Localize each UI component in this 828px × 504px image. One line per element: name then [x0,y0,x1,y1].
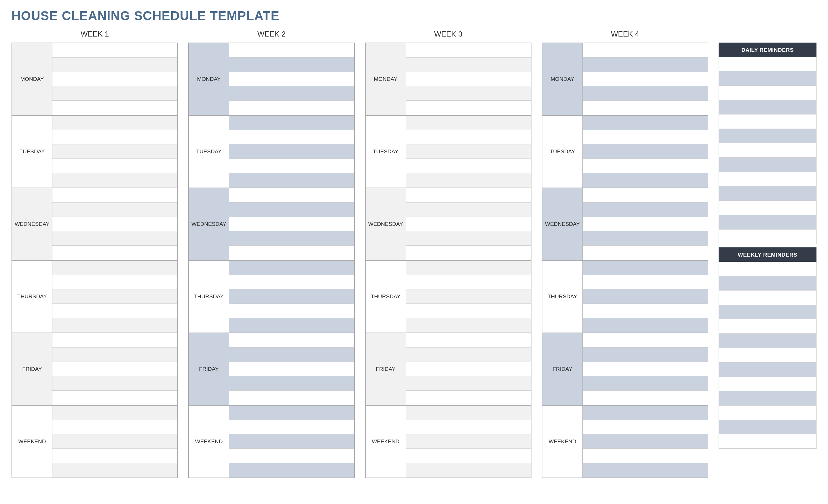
task-slot[interactable] [52,217,177,231]
task-slot[interactable] [583,362,708,376]
task-slot[interactable] [583,173,708,188]
task-slot[interactable] [406,348,531,362]
task-slot[interactable] [583,101,708,115]
task-slot[interactable] [583,116,708,130]
task-slot[interactable] [52,391,177,405]
task-slot[interactable] [406,362,531,376]
reminder-slot[interactable] [718,334,817,348]
task-slot[interactable] [406,261,531,275]
task-slot[interactable] [583,449,708,463]
reminder-slot[interactable] [718,348,817,362]
task-slot[interactable] [583,130,708,144]
task-slot[interactable] [583,391,708,405]
task-slot[interactable] [583,72,708,86]
task-slot[interactable] [583,217,708,231]
reminder-slot[interactable] [718,305,817,319]
task-slot[interactable] [52,318,177,332]
task-slot[interactable] [406,202,531,217]
task-slot[interactable] [406,449,531,463]
task-slot[interactable] [229,261,354,275]
task-slot[interactable] [406,231,531,246]
reminder-slot[interactable] [718,362,817,377]
task-slot[interactable] [583,188,708,202]
reminder-slot[interactable] [718,434,817,449]
reminder-slot[interactable] [718,86,817,100]
task-slot[interactable] [406,116,531,130]
task-slot[interactable] [229,116,354,130]
task-slot[interactable] [583,57,708,72]
task-slot[interactable] [583,463,708,477]
task-slot[interactable] [229,449,354,463]
task-slot[interactable] [229,217,354,231]
task-slot[interactable] [229,173,354,188]
task-slot[interactable] [229,275,354,289]
task-slot[interactable] [583,376,708,391]
reminder-slot[interactable] [718,201,817,215]
reminder-slot[interactable] [718,420,817,434]
task-slot[interactable] [52,202,177,217]
reminder-slot[interactable] [718,186,817,201]
task-slot[interactable] [406,406,531,420]
task-slot[interactable] [406,391,531,405]
task-slot[interactable] [52,86,177,101]
task-slot[interactable] [229,130,354,144]
task-slot[interactable] [52,376,177,391]
task-slot[interactable] [229,318,354,332]
task-slot[interactable] [583,348,708,362]
reminder-slot[interactable] [718,157,817,172]
task-slot[interactable] [52,188,177,202]
reminder-slot[interactable] [718,71,817,86]
task-slot[interactable] [229,57,354,72]
task-slot[interactable] [583,289,708,304]
task-slot[interactable] [583,333,708,348]
task-slot[interactable] [52,116,177,130]
task-slot[interactable] [406,289,531,304]
task-slot[interactable] [583,43,708,57]
task-slot[interactable] [406,72,531,86]
task-slot[interactable] [229,246,354,260]
task-slot[interactable] [406,217,531,231]
task-slot[interactable] [406,188,531,202]
task-slot[interactable] [229,101,354,115]
task-slot[interactable] [406,420,531,434]
task-slot[interactable] [406,159,531,173]
reminder-slot[interactable] [718,114,817,129]
task-slot[interactable] [52,348,177,362]
task-slot[interactable] [583,86,708,101]
task-slot[interactable] [583,275,708,289]
task-slot[interactable] [229,289,354,304]
task-slot[interactable] [583,144,708,159]
task-slot[interactable] [583,231,708,246]
task-slot[interactable] [52,434,177,449]
task-slot[interactable] [406,275,531,289]
task-slot[interactable] [52,159,177,173]
task-slot[interactable] [229,86,354,101]
task-slot[interactable] [52,57,177,72]
task-slot[interactable] [229,144,354,159]
task-slot[interactable] [406,376,531,391]
reminder-slot[interactable] [718,276,817,290]
task-slot[interactable] [583,159,708,173]
task-slot[interactable] [229,406,354,420]
task-slot[interactable] [52,289,177,304]
reminder-slot[interactable] [718,406,817,420]
task-slot[interactable] [229,231,354,246]
task-slot[interactable] [52,246,177,260]
task-slot[interactable] [52,101,177,115]
reminder-slot[interactable] [718,172,817,186]
task-slot[interactable] [52,173,177,188]
task-slot[interactable] [406,101,531,115]
task-slot[interactable] [229,188,354,202]
task-slot[interactable] [583,434,708,449]
task-slot[interactable] [229,463,354,477]
reminder-slot[interactable] [718,319,817,334]
task-slot[interactable] [229,362,354,376]
task-slot[interactable] [52,130,177,144]
reminder-slot[interactable] [718,143,817,157]
task-slot[interactable] [406,246,531,260]
task-slot[interactable] [229,376,354,391]
task-slot[interactable] [229,202,354,217]
task-slot[interactable] [406,130,531,144]
reminder-slot[interactable] [718,391,817,406]
reminder-slot[interactable] [718,377,817,391]
